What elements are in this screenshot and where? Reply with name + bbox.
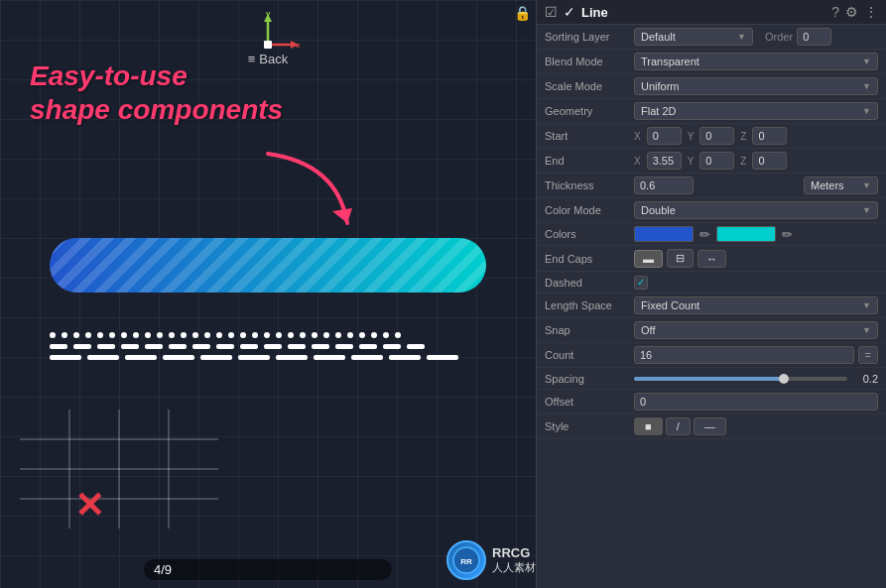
eyedropper-icon-2[interactable]: ✏ xyxy=(782,227,793,242)
geometry-row: Geometry Flat 2D ▼ xyxy=(537,99,886,124)
bar-stripes xyxy=(50,238,486,293)
x-mark: ✕ xyxy=(74,488,104,524)
geometry-value-group: Flat 2D ▼ xyxy=(634,102,878,120)
blend-mode-label: Blend Mode xyxy=(545,56,634,67)
inspector-toolbar: ☑ ✓ Line ? ⚙ ⋮ xyxy=(537,0,886,25)
dashed-value-group: ✓ xyxy=(634,276,878,290)
watermark-rrcg: RRCG xyxy=(492,545,536,560)
endcap-arrow-btn[interactable]: ↔ xyxy=(697,250,726,268)
svg-marker-7 xyxy=(332,208,352,223)
eyedropper-icon[interactable]: ✏ xyxy=(699,227,710,242)
color-mode-value-group: Double ▼ xyxy=(634,201,878,219)
checkmark-icon[interactable]: ✓ xyxy=(564,4,575,20)
z-label-2: Z xyxy=(740,156,746,167)
style-btn-square[interactable]: ■ xyxy=(634,417,663,435)
start-x-input[interactable] xyxy=(647,127,682,145)
color-mode-dropdown[interactable]: Double ▼ xyxy=(634,201,878,219)
headline-line1: Easy-to-use xyxy=(30,59,283,93)
gradient-line-bar xyxy=(50,238,486,293)
snap-dropdown[interactable]: Off ▼ xyxy=(634,321,878,339)
length-space-value-group: Fixed Count ▼ xyxy=(634,296,878,314)
style-btn-round[interactable]: / xyxy=(666,417,691,435)
blend-mode-value-group: Transparent ▼ xyxy=(634,53,878,70)
end-y-input[interactable] xyxy=(699,152,734,170)
slider-fill xyxy=(634,377,784,381)
overflow-icon[interactable]: ⋮ xyxy=(864,4,878,20)
equals-button[interactable]: = xyxy=(858,346,878,364)
chevron-down-icon: ▼ xyxy=(862,205,871,215)
sorting-layer-dropdown[interactable]: Default ▼ xyxy=(634,28,753,46)
end-label: End xyxy=(545,155,634,167)
svg-rect-4 xyxy=(264,41,272,49)
long-dashes-row xyxy=(50,355,486,360)
scale-mode-row: Scale Mode Uniform ▼ xyxy=(537,74,886,99)
watermark-chinese: 人人素材 xyxy=(492,560,536,575)
spacing-row: Spacing 0.2 xyxy=(537,368,886,390)
style-row: Style ■ / — xyxy=(537,414,886,439)
thickness-input[interactable] xyxy=(634,176,694,194)
help-icon[interactable]: ? xyxy=(831,4,839,20)
thickness-row: Thickness Meters ▼ xyxy=(537,174,886,198)
slider-thumb[interactable] xyxy=(779,374,789,384)
end-row: End X Y Z xyxy=(537,149,886,174)
count-value-group: = xyxy=(634,346,878,364)
spacing-slider[interactable] xyxy=(634,377,847,381)
start-z-input[interactable] xyxy=(752,127,787,145)
start-row: Start X Y Z xyxy=(537,124,886,149)
geometry-dropdown[interactable]: Flat 2D ▼ xyxy=(634,102,878,120)
viewport-panel: 🔒 y x ≡ Back Easy-to-use shape component… xyxy=(0,0,536,588)
count-label: Count xyxy=(545,349,634,361)
dashed-checkbox[interactable]: ✓ xyxy=(634,276,648,290)
count-input[interactable] xyxy=(634,346,854,364)
scale-mode-dropdown[interactable]: Uniform ▼ xyxy=(634,77,878,95)
svg-text:RR: RR xyxy=(460,557,472,566)
spacing-value-group: 0.2 xyxy=(634,373,878,385)
sorting-layer-row: Sorting Layer Default ▼ Order xyxy=(537,25,886,50)
length-space-label: Length Space xyxy=(545,299,634,311)
x-label-2: X xyxy=(634,156,641,167)
chevron-down-icon: ▼ xyxy=(862,106,871,116)
start-y-input[interactable] xyxy=(699,127,734,145)
z-label: Z xyxy=(740,131,746,142)
thickness-unit-dropdown[interactable]: Meters ▼ xyxy=(804,176,878,194)
blend-mode-row: Blend Mode Transparent ▼ xyxy=(537,50,886,74)
short-dashes-row xyxy=(50,344,486,349)
svg-text:x: x xyxy=(296,41,301,50)
chevron-down-icon: ▼ xyxy=(862,57,871,66)
chevron-down-icon: ▼ xyxy=(862,81,871,91)
offset-input[interactable] xyxy=(634,393,878,411)
thickness-value-group: Meters ▼ xyxy=(634,176,878,194)
color-swatch-blue[interactable] xyxy=(634,226,694,242)
endcap-round-btn[interactable]: ⊟ xyxy=(667,249,694,268)
checkbox-icon[interactable]: ☑ xyxy=(545,4,558,20)
order-label: Order xyxy=(765,31,793,43)
chevron-down-icon: ▼ xyxy=(737,32,746,42)
chevron-down-icon: ▼ xyxy=(862,180,871,190)
blend-mode-dropdown[interactable]: Transparent ▼ xyxy=(634,53,878,70)
geometry-label: Geometry xyxy=(545,105,634,117)
endcap-square-btn[interactable]: ▬ xyxy=(634,250,663,268)
y-label: Y xyxy=(688,131,695,142)
dashed-label: Dashed xyxy=(545,277,634,289)
page-indicator: 4/9 xyxy=(144,559,392,580)
sorting-layer-label: Sorting Layer xyxy=(545,31,634,43)
inspector-title: Line xyxy=(581,5,825,20)
end-z-input[interactable] xyxy=(752,152,787,170)
order-input[interactable] xyxy=(797,28,831,46)
style-btn-rounded[interactable]: — xyxy=(694,417,726,435)
settings-icon[interactable]: ⚙ xyxy=(845,4,858,20)
end-caps-row: End Caps ▬ ⊟ ↔ xyxy=(537,246,886,272)
dashed-row: Dashed ✓ xyxy=(537,272,886,294)
end-coords: X Y Z xyxy=(634,152,878,170)
color-mode-row: Color Mode Double ▼ xyxy=(537,198,886,223)
offset-label: Offset xyxy=(545,396,634,408)
sorting-layer-value-group: Default ▼ Order xyxy=(634,28,878,46)
color-swatch-cyan[interactable] xyxy=(716,226,776,242)
watermark: RR RRCG 人人素材 xyxy=(446,540,536,580)
chevron-down-icon: ▼ xyxy=(862,325,871,335)
length-space-dropdown[interactable]: Fixed Count ▼ xyxy=(634,296,878,314)
end-x-input[interactable] xyxy=(647,152,682,170)
lock-icon[interactable]: 🔒 xyxy=(514,5,531,21)
count-row: Count = xyxy=(537,343,886,368)
svg-text:y: y xyxy=(266,10,271,18)
